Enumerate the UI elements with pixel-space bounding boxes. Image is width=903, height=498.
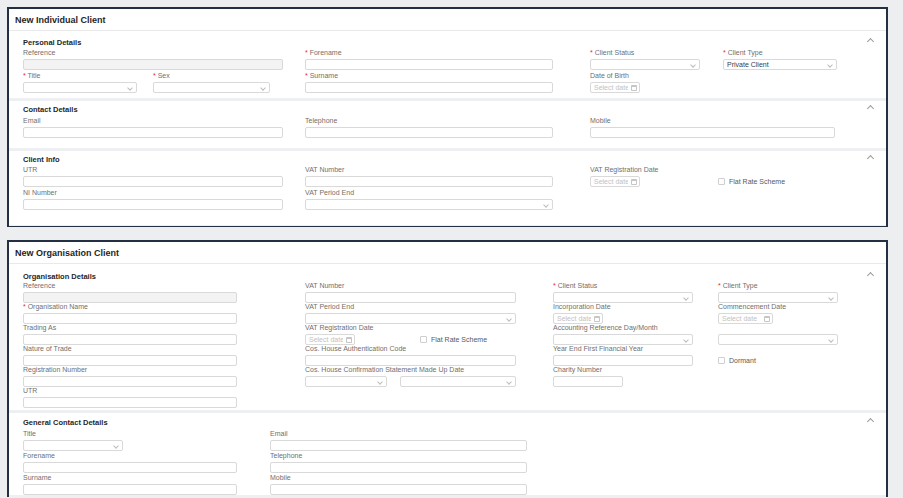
org-flat-rate-scheme-checkbox[interactable]: Flat Rate Scheme — [420, 336, 487, 343]
org-vat-number-label: VAT Number — [305, 282, 516, 290]
commencement-datepicker[interactable] — [718, 313, 773, 324]
org-name-label: Organisation Name — [23, 303, 237, 311]
ni-number-input[interactable] — [23, 199, 283, 210]
reference-field: Reference — [23, 49, 283, 70]
incorporation-datepicker[interactable] — [553, 313, 603, 324]
collapse-up-icon[interactable] — [868, 418, 873, 423]
nature-of-trade-field: Nature of Trade — [23, 345, 237, 366]
gc-surname-label: Surname — [23, 474, 237, 482]
gc-mobile-field: Mobile — [270, 474, 527, 495]
flat-rate-scheme-checkbox[interactable]: Flat Rate Scheme — [718, 178, 785, 185]
incorporation-date-label: Incorporation Date — [553, 303, 603, 311]
contact-details-panel: Contact Details Email Telephone Mobile — [9, 101, 886, 148]
checkbox-icon — [718, 178, 725, 185]
org-vat-reg-date-field: VAT Registration Date — [305, 324, 355, 345]
dormant-checkbox[interactable]: Dormant — [718, 357, 756, 364]
vat-number-input[interactable] — [305, 176, 553, 187]
gc-telephone-label: Telephone — [270, 452, 527, 460]
dob-datepicker[interactable] — [590, 82, 640, 93]
client-status-label: Client Status — [590, 49, 700, 57]
gc-surname-input[interactable] — [23, 484, 237, 495]
contact-details-header: Contact Details — [23, 105, 78, 114]
accounting-ref-select[interactable] — [553, 334, 693, 345]
gc-mobile-input[interactable] — [270, 484, 527, 495]
gc-telephone-input[interactable] — [270, 462, 527, 473]
gc-title-select[interactable] — [23, 440, 123, 451]
sex-select[interactable] — [153, 82, 270, 93]
cos-house-auth-field: Cos. House Authentication Code — [305, 345, 516, 366]
nature-of-trade-input[interactable] — [23, 355, 237, 366]
gc-forename-input[interactable] — [23, 462, 237, 473]
cos-house-confirmation-day-select[interactable] — [305, 376, 387, 387]
email-input[interactable] — [23, 127, 283, 138]
cos-house-confirmation-day-field — [305, 376, 387, 387]
org-vat-reg-datepicker[interactable] — [305, 334, 355, 345]
dormant-label: Dormant — [729, 357, 756, 364]
vat-number-label: VAT Number — [305, 166, 553, 174]
org-client-type-select[interactable] — [718, 292, 838, 303]
cos-house-auth-label: Cos. House Authentication Code — [305, 345, 516, 353]
charity-number-input[interactable] — [553, 376, 623, 387]
utr-input[interactable] — [23, 176, 283, 187]
registration-number-field: Registration Number — [23, 366, 237, 387]
utr-field: UTR — [23, 166, 283, 187]
calendar-icon — [594, 316, 600, 322]
org-vat-number-field: VAT Number — [305, 282, 516, 303]
forename-label: Forename — [305, 49, 553, 57]
collapse-up-icon[interactable] — [868, 155, 873, 160]
year-end-input[interactable] — [553, 355, 693, 366]
nature-of-trade-label: Nature of Trade — [23, 345, 237, 353]
vat-period-end-select[interactable] — [305, 199, 553, 210]
title-label: Title — [23, 72, 137, 80]
chevron-down-icon — [261, 86, 265, 90]
client-type-select[interactable]: Private Client — [723, 59, 837, 70]
client-type-field: Client Type Private Client — [723, 49, 837, 70]
cos-house-confirmation-month-field — [400, 376, 516, 387]
org-name-input[interactable] — [23, 313, 237, 324]
org-name-field: Organisation Name — [23, 303, 237, 324]
forename-input[interactable] — [305, 59, 553, 70]
telephone-input[interactable] — [305, 127, 553, 138]
general-contact-details-panel: General Contact Details Title Email Fore… — [9, 413, 886, 495]
cos-house-auth-input[interactable] — [305, 355, 516, 366]
vat-reg-datepicker[interactable] — [590, 176, 640, 187]
checkbox-icon — [718, 357, 725, 364]
client-status-select[interactable] — [590, 59, 700, 70]
individual-client-card: New Individual Client Personal Details R… — [7, 7, 888, 227]
trading-as-input[interactable] — [23, 334, 237, 345]
chevron-down-icon — [507, 317, 511, 321]
org-vat-period-end-select[interactable] — [305, 313, 516, 324]
client-info-header: Client Info — [23, 155, 60, 164]
org-utr-input[interactable] — [23, 397, 237, 408]
calendar-icon — [631, 179, 637, 185]
gc-mobile-label: Mobile — [270, 474, 527, 482]
reference-input — [23, 59, 283, 70]
gc-email-input[interactable] — [270, 440, 527, 451]
collapse-up-icon[interactable] — [868, 272, 873, 277]
org-vat-period-end-field: VAT Period End — [305, 303, 516, 324]
title-field: Title — [23, 72, 137, 93]
accounting-ref-secondary-select[interactable] — [718, 334, 838, 345]
collapse-up-icon[interactable] — [868, 38, 873, 43]
registration-number-input[interactable] — [23, 376, 237, 387]
trading-as-field: Trading As — [23, 324, 237, 345]
sex-label: Sex — [153, 72, 270, 80]
charity-number-label: Charity Number — [553, 366, 623, 374]
chevron-down-icon — [114, 444, 118, 448]
gc-email-label: Email — [270, 430, 527, 438]
organisation-card-body: Organisation Details Reference VAT Numbe… — [9, 267, 886, 498]
title-select[interactable] — [23, 82, 137, 93]
org-reference-field: Reference — [23, 282, 237, 303]
org-vat-number-input[interactable] — [305, 292, 516, 303]
org-client-status-select[interactable] — [553, 292, 693, 303]
commencement-date-field: Commencement Date — [718, 303, 773, 324]
mobile-input[interactable] — [590, 127, 835, 138]
surname-input[interactable] — [305, 82, 553, 93]
collapse-up-icon[interactable] — [868, 105, 873, 110]
gc-telephone-field: Telephone — [270, 452, 527, 473]
page: New Individual Client Personal Details R… — [0, 0, 903, 498]
organisation-details-panel: Organisation Details Reference VAT Numbe… — [9, 267, 886, 410]
ni-number-label: NI Number — [23, 189, 283, 197]
cos-house-confirmation-month-select[interactable] — [400, 376, 516, 387]
chevron-down-icon — [828, 63, 832, 67]
